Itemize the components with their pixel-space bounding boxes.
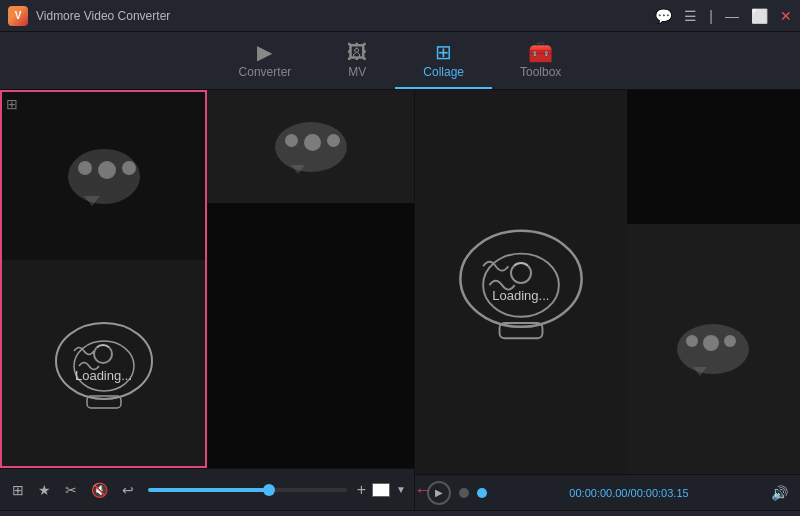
right-bottom-bubble: [627, 224, 800, 474]
maximize-button[interactable]: ⬜: [751, 8, 768, 24]
canvas-right-top: [207, 90, 414, 203]
tab-toolbox-label: Toolbox: [520, 65, 561, 79]
tab-mv-label: MV: [348, 65, 366, 79]
video-canvas: ⊞: [0, 90, 414, 468]
titlebar-left: V Vidmore Video Converter: [8, 6, 170, 26]
canvas-top: ⊞: [2, 92, 205, 260]
star-tool-button[interactable]: ★: [34, 480, 55, 500]
bottom-tabs: ⊞ Template ☁ Filter 🔊 Audio ↗ Export: [0, 511, 800, 516]
canvas-left: ⊞: [0, 90, 207, 468]
arrow-indicator: ←: [414, 479, 432, 500]
editor-toolbar: ⊞ ★ ✂ 🔇 ↩ + ▼ ←: [0, 468, 414, 510]
timeline-progress: [148, 488, 267, 492]
right-panel: Loading...: [415, 90, 800, 510]
undo-button[interactable]: ↩: [118, 480, 138, 500]
add-icon[interactable]: +: [357, 481, 366, 499]
canvas-right-bottom: [207, 203, 414, 468]
message-icon[interactable]: 💬: [655, 8, 672, 24]
tab-collage-label: Collage: [423, 65, 464, 79]
chevron-down-icon[interactable]: ▼: [396, 484, 406, 495]
main-content: ⊞: [0, 90, 800, 510]
dot-1[interactable]: [459, 488, 469, 498]
tab-converter-label: Converter: [239, 65, 292, 79]
crop-tool-button[interactable]: ⊞: [8, 480, 28, 500]
volume-icon[interactable]: 🔊: [771, 485, 788, 501]
right-preview: Loading...: [415, 90, 800, 474]
grid-icon: ⊞: [6, 96, 18, 112]
loading-text-right: Loading...: [492, 288, 549, 303]
menu-icon[interactable]: ☰: [684, 8, 697, 24]
canvas-right: [207, 90, 414, 468]
tab-mv[interactable]: 🖼 MV: [319, 36, 395, 89]
loading-text-left: Loading...: [75, 368, 132, 383]
right-top-black: [627, 90, 800, 224]
cut-tool-button[interactable]: ✂: [61, 480, 81, 500]
timeline-thumb[interactable]: [263, 484, 275, 496]
converter-icon: ▶: [257, 42, 272, 62]
dot-2[interactable]: [477, 488, 487, 498]
left-panel: ⊞: [0, 90, 415, 510]
minimize-button[interactable]: —: [725, 8, 739, 24]
tab-toolbox[interactable]: 🧰 Toolbox: [492, 36, 589, 89]
right-preview-panels: [627, 90, 800, 474]
mv-icon: 🖼: [347, 42, 367, 62]
titlebar-controls[interactable]: 💬 ☰ | — ⬜ ✕: [655, 8, 792, 24]
right-preview-brain: Loading...: [415, 90, 627, 474]
right-controls: ▶ 00:00:00.00/00:00:03.15 🔊: [415, 474, 800, 510]
toolbox-icon: 🧰: [528, 42, 553, 62]
titlebar: V Vidmore Video Converter 💬 ☰ | — ⬜ ✕: [0, 0, 800, 32]
app-logo: V: [8, 6, 28, 26]
tab-collage[interactable]: ⊞ Collage: [395, 36, 492, 89]
nav-tabs: ▶ Converter 🖼 MV ⊞ Collage 🧰 Toolbox: [0, 32, 800, 90]
canvas-bottom: Loading...: [2, 260, 205, 466]
timeline-bar[interactable]: [148, 488, 347, 492]
close-button[interactable]: ✕: [780, 8, 792, 24]
collage-icon: ⊞: [435, 42, 452, 62]
tab-converter[interactable]: ▶ Converter: [211, 36, 320, 89]
color-swatch[interactable]: [372, 483, 390, 497]
time-display: 00:00:00.00/00:00:03.15: [569, 487, 688, 499]
bottom-section: ⊞ Template ☁ Filter 🔊 Audio ↗ Export No …: [0, 510, 800, 516]
separator: |: [709, 8, 713, 24]
playback-controls: ▶: [427, 481, 487, 505]
mute-tool-button[interactable]: 🔇: [87, 480, 112, 500]
app-title: Vidmore Video Converter: [36, 9, 170, 23]
